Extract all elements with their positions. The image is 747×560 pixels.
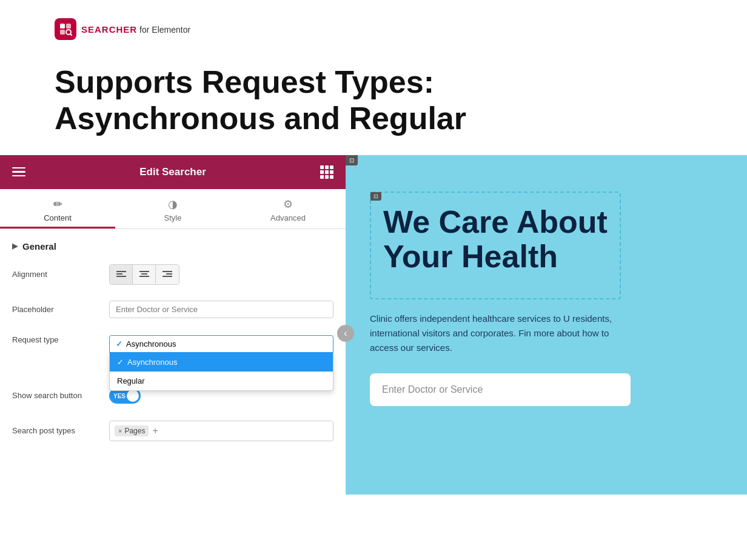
svg-rect-5 (116, 271, 126, 272)
preview-search-placeholder: Enter Doctor or Service (382, 384, 483, 395)
preview-panel: ⊡ ⊡ We Care About Your Health Clinic off… (346, 155, 747, 495)
svg-rect-1 (66, 24, 71, 28)
check-icon: ✓ (117, 358, 124, 367)
editor-tabs: ✏ Content ◑ Style ⚙ Advanced (0, 189, 346, 229)
logo-text: SEARCHER for Elementor (81, 24, 190, 35)
page-heading: Supports Request Types: Asynchronous and… (55, 64, 692, 137)
collapse-button[interactable]: ‹ (337, 325, 354, 342)
request-type-menu: ✓ Asynchronous Regular (109, 353, 333, 391)
logo-icon (55, 18, 76, 40)
preview-content: ⊡ We Care About Your Health Clinic offer… (346, 155, 747, 430)
toggle-yes-label: YES (113, 392, 126, 399)
widget-handle-inner: ⊡ (370, 192, 381, 201)
advanced-gear-icon: ⚙ (283, 198, 293, 211)
content-pencil-icon: ✏ (53, 198, 62, 211)
style-circle-icon: ◑ (168, 198, 178, 211)
svg-rect-6 (116, 273, 122, 275)
widget-handle-top: ⊡ (346, 155, 358, 165)
hamburger-icon[interactable] (12, 167, 25, 177)
align-buttons (109, 264, 179, 285)
search-post-types-control: × Pages + (109, 421, 333, 441)
tab-content[interactable]: ✏ Content (0, 189, 115, 228)
panels-area: Edit Searcher ✏ Content ◑ Style ⚙ Advanc… (0, 155, 747, 495)
placeholder-row: Placeholder (12, 299, 333, 321)
editor-header: Edit Searcher (0, 155, 346, 189)
align-left-button[interactable] (110, 265, 133, 284)
placeholder-control (109, 301, 333, 318)
tab-style[interactable]: ◑ Style (115, 189, 230, 228)
svg-rect-10 (139, 276, 149, 277)
tag-add-icon[interactable]: + (152, 426, 158, 436)
tag-remove-icon[interactable]: × (118, 427, 122, 435)
alignment-control (109, 264, 333, 285)
svg-rect-2 (60, 30, 65, 35)
tab-advanced[interactable]: ⚙ Advanced (230, 189, 346, 228)
tag-label: Pages (124, 427, 145, 435)
preview-search-box: Enter Doctor or Service (370, 373, 631, 406)
request-type-label: Request type (12, 335, 109, 344)
svg-rect-11 (162, 271, 172, 272)
section-general-header: ▶ General (12, 241, 333, 252)
tag-pages: × Pages (115, 425, 149, 436)
resize-icon: ⊡ (349, 157, 354, 164)
selected-widget-area: ⊡ We Care About Your Health (370, 192, 621, 299)
alignment-label: Alignment (12, 270, 109, 279)
svg-rect-7 (116, 276, 126, 277)
svg-rect-12 (166, 273, 172, 275)
editor-panel: Edit Searcher ✏ Content ◑ Style ⚙ Advanc… (0, 155, 346, 495)
search-post-types-row: Search post types × Pages + (12, 420, 333, 442)
svg-rect-8 (139, 271, 149, 272)
section-arrow-icon: ▶ (12, 242, 18, 250)
svg-rect-13 (162, 276, 172, 277)
show-search-button-label: Show search button (12, 391, 109, 400)
align-center-button[interactable] (133, 265, 156, 284)
alignment-row: Alignment (12, 264, 333, 285)
svg-rect-9 (141, 273, 147, 275)
editor-title: Edit Searcher (25, 166, 320, 178)
search-post-types-label: Search post types (12, 426, 109, 435)
tags-container[interactable]: × Pages + (109, 421, 333, 441)
svg-rect-0 (60, 24, 65, 28)
request-type-control: ✓ Asynchronous ✓ Asynchronous Regular (109, 335, 333, 353)
option-regular[interactable]: Regular (110, 372, 333, 390)
preview-title: We Care About Your Health (383, 205, 608, 274)
editor-content: ▶ General Alignment (0, 229, 346, 495)
checkmark-icon: ✓ (116, 339, 122, 348)
request-type-row: Request type ✓ Asynchronous ✓ Asynchrono… (12, 334, 333, 356)
option-asynchronous[interactable]: ✓ Asynchronous (110, 353, 333, 372)
logo-bar: SEARCHER for Elementor (55, 18, 692, 40)
grid-icon[interactable] (320, 165, 333, 179)
preview-description: Clinic offers independent healthcare ser… (370, 312, 631, 355)
placeholder-label: Placeholder (12, 305, 109, 314)
selected-option: Asynchronous (126, 339, 176, 348)
placeholder-input[interactable] (109, 301, 333, 318)
request-type-dropdown[interactable]: ✓ Asynchronous (109, 335, 333, 353)
align-right-button[interactable] (156, 265, 179, 284)
svg-line-4 (70, 34, 72, 35)
section-general-label: General (22, 241, 56, 252)
